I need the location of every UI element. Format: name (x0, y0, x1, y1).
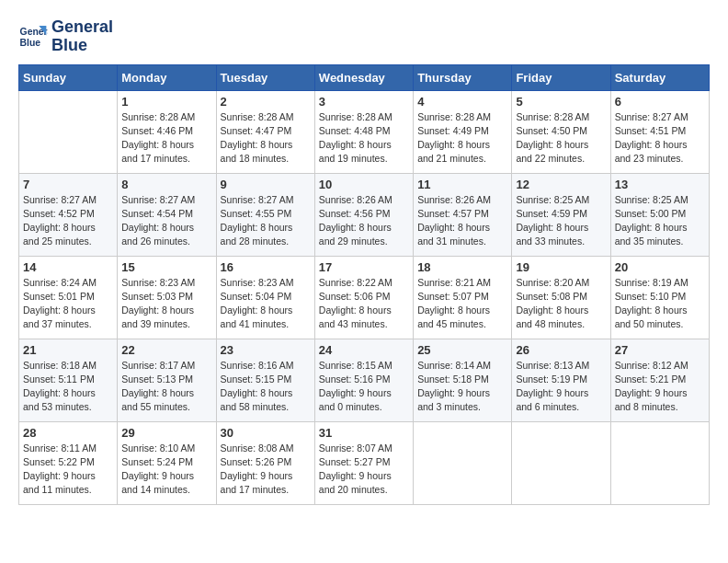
logo: General Blue General Blue (18, 18, 113, 55)
day-number: 2 (221, 95, 311, 109)
day-info: Sunrise: 8:27 AM Sunset: 4:52 PM Dayligh… (23, 193, 113, 249)
day-number: 30 (221, 426, 311, 440)
day-number: 7 (23, 178, 113, 191)
day-number: 27 (615, 343, 705, 357)
calendar-cell: 16Sunrise: 8:23 AM Sunset: 5:04 PM Dayli… (216, 256, 314, 339)
day-number: 20 (615, 260, 705, 274)
day-info: Sunrise: 8:25 AM Sunset: 4:59 PM Dayligh… (516, 193, 606, 249)
day-number: 26 (516, 343, 606, 357)
day-info: Sunrise: 8:14 AM Sunset: 5:18 PM Dayligh… (417, 359, 507, 415)
day-number: 19 (516, 260, 606, 274)
calendar-cell: 12Sunrise: 8:25 AM Sunset: 4:59 PM Dayli… (512, 173, 610, 256)
calendar-cell: 2Sunrise: 8:28 AM Sunset: 4:47 PM Daylig… (216, 90, 314, 173)
calendar-table: SundayMondayTuesdayWednesdayThursdayFrid… (18, 64, 710, 505)
calendar-cell: 21Sunrise: 8:18 AM Sunset: 5:11 PM Dayli… (19, 339, 118, 421)
day-number: 10 (319, 178, 409, 191)
calendar-cell: 26Sunrise: 8:13 AM Sunset: 5:19 PM Dayli… (512, 339, 610, 421)
calendar-cell: 7Sunrise: 8:27 AM Sunset: 4:52 PM Daylig… (19, 173, 118, 256)
calendar-cell: 4Sunrise: 8:28 AM Sunset: 4:49 PM Daylig… (414, 90, 512, 173)
weekday-header: Tuesday (216, 64, 314, 90)
day-number: 24 (319, 343, 409, 357)
calendar-cell: 22Sunrise: 8:17 AM Sunset: 5:13 PM Dayli… (118, 339, 216, 421)
calendar-week-row: 1Sunrise: 8:28 AM Sunset: 4:46 PM Daylig… (19, 90, 710, 173)
calendar-cell: 3Sunrise: 8:28 AM Sunset: 4:48 PM Daylig… (314, 90, 413, 173)
calendar-cell (19, 90, 118, 173)
calendar-cell: 11Sunrise: 8:26 AM Sunset: 4:57 PM Dayli… (414, 173, 512, 256)
calendar-week-row: 21Sunrise: 8:18 AM Sunset: 5:11 PM Dayli… (19, 339, 710, 421)
calendar-cell: 15Sunrise: 8:23 AM Sunset: 5:03 PM Dayli… (118, 256, 216, 339)
calendar-week-row: 28Sunrise: 8:11 AM Sunset: 5:22 PM Dayli… (19, 421, 710, 504)
day-info: Sunrise: 8:22 AM Sunset: 5:06 PM Dayligh… (319, 276, 409, 332)
weekday-header: Monday (118, 64, 216, 90)
day-info: Sunrise: 8:08 AM Sunset: 5:26 PM Dayligh… (221, 442, 311, 498)
day-number: 17 (319, 260, 409, 274)
day-info: Sunrise: 8:28 AM Sunset: 4:46 PM Dayligh… (121, 110, 211, 167)
calendar-cell: 20Sunrise: 8:19 AM Sunset: 5:10 PM Dayli… (610, 256, 709, 339)
calendar-cell (610, 421, 709, 504)
day-info: Sunrise: 8:10 AM Sunset: 5:24 PM Dayligh… (121, 442, 211, 498)
calendar-cell: 30Sunrise: 8:08 AM Sunset: 5:26 PM Dayli… (216, 421, 314, 504)
day-info: Sunrise: 8:25 AM Sunset: 5:00 PM Dayligh… (615, 193, 705, 249)
day-number: 1 (121, 95, 211, 109)
day-number: 31 (319, 426, 409, 440)
day-info: Sunrise: 8:27 AM Sunset: 4:51 PM Dayligh… (615, 110, 705, 167)
logo-name: General Blue (51, 18, 113, 55)
day-number: 6 (615, 95, 705, 109)
day-info: Sunrise: 8:28 AM Sunset: 4:47 PM Dayligh… (221, 110, 311, 167)
day-number: 3 (319, 95, 409, 109)
day-info: Sunrise: 8:26 AM Sunset: 4:57 PM Dayligh… (417, 193, 507, 249)
day-number: 25 (417, 343, 507, 357)
calendar-cell: 28Sunrise: 8:11 AM Sunset: 5:22 PM Dayli… (19, 421, 118, 504)
calendar-cell (414, 421, 512, 504)
day-info: Sunrise: 8:23 AM Sunset: 5:04 PM Dayligh… (221, 276, 311, 332)
day-info: Sunrise: 8:24 AM Sunset: 5:01 PM Dayligh… (23, 276, 113, 332)
day-info: Sunrise: 8:19 AM Sunset: 5:10 PM Dayligh… (615, 276, 705, 332)
calendar-cell: 14Sunrise: 8:24 AM Sunset: 5:01 PM Dayli… (19, 256, 118, 339)
day-info: Sunrise: 8:28 AM Sunset: 4:50 PM Dayligh… (516, 110, 606, 167)
weekday-header: Sunday (19, 64, 118, 90)
calendar-cell: 24Sunrise: 8:15 AM Sunset: 5:16 PM Dayli… (314, 339, 413, 421)
day-info: Sunrise: 8:28 AM Sunset: 4:48 PM Dayligh… (319, 110, 409, 167)
day-info: Sunrise: 8:27 AM Sunset: 4:55 PM Dayligh… (221, 193, 311, 249)
svg-text:Blue: Blue (20, 37, 41, 47)
calendar-cell: 23Sunrise: 8:16 AM Sunset: 5:15 PM Dayli… (216, 339, 314, 421)
weekday-header: Wednesday (314, 64, 413, 90)
header-row: SundayMondayTuesdayWednesdayThursdayFrid… (19, 64, 710, 90)
day-number: 16 (221, 260, 311, 274)
day-info: Sunrise: 8:16 AM Sunset: 5:15 PM Dayligh… (221, 359, 311, 415)
calendar-cell: 25Sunrise: 8:14 AM Sunset: 5:18 PM Dayli… (414, 339, 512, 421)
calendar-cell: 10Sunrise: 8:26 AM Sunset: 4:56 PM Dayli… (314, 173, 413, 256)
calendar-cell: 8Sunrise: 8:27 AM Sunset: 4:54 PM Daylig… (118, 173, 216, 256)
day-number: 23 (221, 343, 311, 357)
day-number: 21 (23, 343, 113, 357)
weekday-header: Friday (512, 64, 610, 90)
day-info: Sunrise: 8:13 AM Sunset: 5:19 PM Dayligh… (516, 359, 606, 415)
day-number: 18 (417, 260, 507, 274)
calendar-cell: 31Sunrise: 8:07 AM Sunset: 5:27 PM Dayli… (314, 421, 413, 504)
day-info: Sunrise: 8:20 AM Sunset: 5:08 PM Dayligh… (516, 276, 606, 332)
day-number: 22 (121, 343, 211, 357)
calendar-cell: 19Sunrise: 8:20 AM Sunset: 5:08 PM Dayli… (512, 256, 610, 339)
page-header: General Blue General Blue (18, 18, 710, 55)
calendar-week-row: 14Sunrise: 8:24 AM Sunset: 5:01 PM Dayli… (19, 256, 710, 339)
calendar-cell (512, 421, 610, 504)
calendar-cell: 29Sunrise: 8:10 AM Sunset: 5:24 PM Dayli… (118, 421, 216, 504)
day-number: 28 (23, 426, 113, 440)
day-info: Sunrise: 8:07 AM Sunset: 5:27 PM Dayligh… (319, 442, 409, 498)
calendar-cell: 6Sunrise: 8:27 AM Sunset: 4:51 PM Daylig… (610, 90, 709, 173)
calendar-cell: 27Sunrise: 8:12 AM Sunset: 5:21 PM Dayli… (610, 339, 709, 421)
day-info: Sunrise: 8:15 AM Sunset: 5:16 PM Dayligh… (319, 359, 409, 415)
day-number: 13 (615, 178, 705, 191)
weekday-header: Thursday (414, 64, 512, 90)
calendar-cell: 17Sunrise: 8:22 AM Sunset: 5:06 PM Dayli… (314, 256, 413, 339)
day-number: 4 (417, 95, 507, 109)
weekday-header: Saturday (610, 64, 709, 90)
day-info: Sunrise: 8:21 AM Sunset: 5:07 PM Dayligh… (417, 276, 507, 332)
calendar-cell: 5Sunrise: 8:28 AM Sunset: 4:50 PM Daylig… (512, 90, 610, 173)
day-info: Sunrise: 8:26 AM Sunset: 4:56 PM Dayligh… (319, 193, 409, 249)
day-info: Sunrise: 8:28 AM Sunset: 4:49 PM Dayligh… (417, 110, 507, 167)
logo-icon: General Blue (18, 22, 48, 52)
day-number: 29 (121, 426, 211, 440)
day-number: 5 (516, 95, 606, 109)
day-number: 8 (121, 178, 211, 191)
